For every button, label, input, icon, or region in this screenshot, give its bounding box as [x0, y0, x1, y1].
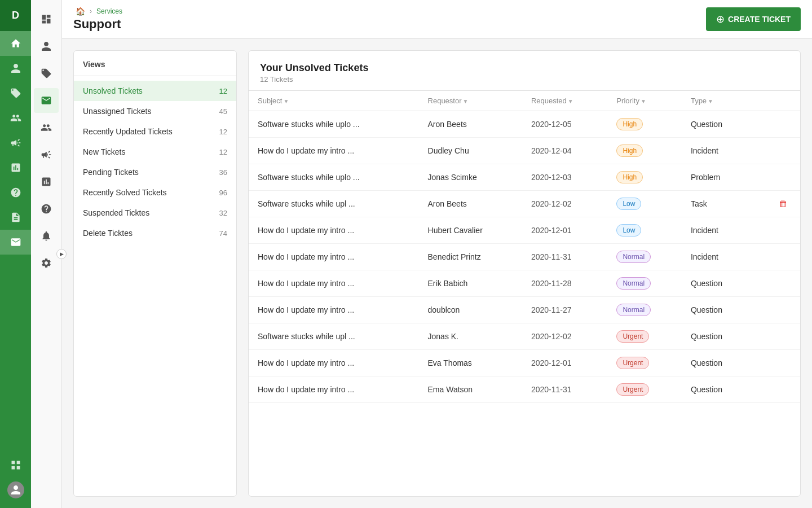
- ticket-requestor: Erik Babich: [419, 270, 522, 297]
- content-area: Views Unsolved Tickets12Unassigned Ticke…: [62, 39, 812, 508]
- ticket-actions: [752, 350, 800, 376]
- ticket-requested: 2020-12-04: [522, 138, 608, 164]
- nav-help[interactable]: [0, 180, 31, 205]
- nav-people[interactable]: [0, 56, 31, 81]
- ticket-actions: [752, 376, 800, 403]
- col-header-requestor[interactable]: Requestor▼: [419, 91, 522, 111]
- sec-nav-icon-10[interactable]: [34, 251, 59, 275]
- table-row[interactable]: How do I update my intro ... Erik Babich…: [249, 270, 800, 297]
- breadcrumb: 🏠 › Services: [73, 7, 125, 16]
- ticket-requestor: Aron Beets: [419, 191, 522, 217]
- table-row[interactable]: How do I update my intro ... Benedict Pr…: [249, 244, 800, 270]
- views-sidebar: Views Unsolved Tickets12Unassigned Ticke…: [73, 50, 237, 497]
- ticket-requested: 2020-11-27: [522, 297, 608, 323]
- collapse-button[interactable]: ▶: [56, 249, 67, 259]
- sec-nav-icon-5[interactable]: [34, 115, 59, 140]
- sidebar-item-suspended-ticktes[interactable]: Suspended Ticktes32: [74, 203, 236, 223]
- table-row[interactable]: Software stucks while uplo ... Jonas Sci…: [249, 164, 800, 191]
- sidebar-item-recently-solved-tickets[interactable]: Recently Solved Tickets96: [74, 182, 236, 203]
- col-header-priority[interactable]: Priority▼: [607, 91, 681, 111]
- col-header-subject[interactable]: Subject▼: [249, 91, 419, 111]
- sidebar-item-delete-ticktes[interactable]: Delete Ticktes74: [74, 223, 236, 243]
- table-row[interactable]: How do I update my intro ... Eva Thomas …: [249, 350, 800, 376]
- ticket-actions: [752, 111, 800, 138]
- col-header-actions: [752, 91, 800, 111]
- breadcrumb-parent[interactable]: Services: [96, 7, 122, 15]
- nav-home[interactable]: [0, 31, 31, 56]
- ticket-requestor: Hubert Cavalier: [419, 217, 522, 244]
- sec-nav-icon-3[interactable]: [34, 61, 59, 86]
- ticket-actions: [752, 217, 800, 244]
- table-row[interactable]: How do I update my intro ... doublcon 20…: [249, 297, 800, 323]
- ticket-type: Incident: [682, 138, 752, 164]
- table-header: Your Unsolved Tickets 12 Tickets: [249, 51, 800, 91]
- delete-ticket-button[interactable]: 🗑: [775, 198, 791, 210]
- sec-nav-icon-2[interactable]: [34, 34, 59, 59]
- table-subtitle: 12 Tickets: [260, 75, 789, 84]
- sec-nav-icon-8[interactable]: [34, 196, 59, 221]
- table-row[interactable]: How do I update my intro ... Hubert Cava…: [249, 217, 800, 244]
- nav-docs[interactable]: [0, 205, 31, 230]
- table-row[interactable]: Software stucks while upl ... Aron Beets…: [249, 191, 800, 217]
- ticket-requestor: Eva Thomas: [419, 350, 522, 376]
- ticket-priority: Urgent: [607, 323, 681, 350]
- create-ticket-button[interactable]: ⊕ CREATE TICKET: [706, 7, 801, 31]
- ticket-subject: How do I update my intro ...: [249, 376, 419, 403]
- ticket-subject: How do I update my intro ...: [249, 217, 419, 244]
- col-header-requested[interactable]: Requested▼: [522, 91, 608, 111]
- ticket-priority: Urgent: [607, 376, 681, 403]
- ticket-type: Incident: [682, 244, 752, 270]
- nav-reports[interactable]: [0, 155, 31, 180]
- ticket-priority: High: [607, 111, 681, 138]
- table-wrapper: Subject▼Requestor▼Requested▼Priority▼Typ…: [249, 91, 800, 496]
- ticket-type: Question: [682, 297, 752, 323]
- sec-nav-icon-9[interactable]: [34, 224, 59, 248]
- far-navigation: D: [0, 0, 31, 508]
- ticket-type: Task: [682, 191, 752, 217]
- ticket-actions: [752, 297, 800, 323]
- table-row[interactable]: Software stucks while uplo ... Aron Beet…: [249, 111, 800, 138]
- sidebar-item-recently-updated-tickets[interactable]: Recently Updated Tickets12: [74, 121, 236, 142]
- ticket-subject: How do I update my intro ...: [249, 297, 419, 323]
- sec-nav-icon-7[interactable]: [34, 169, 59, 194]
- sec-nav-icon-6[interactable]: [34, 142, 59, 167]
- sidebar-item-unsolved-tickets[interactable]: Unsolved Tickets12: [74, 81, 236, 101]
- main-area: 🏠 › Services Support ⊕ CREATE TICKET Vie…: [62, 0, 812, 508]
- ticket-requestor: Benedict Printz: [419, 244, 522, 270]
- ticket-priority: Normal: [607, 244, 681, 270]
- sidebar-item-count: 12: [219, 87, 227, 95]
- table-row[interactable]: How do I update my intro ... Dudley Chu …: [249, 138, 800, 164]
- table-row[interactable]: Software stucks while upl ... Jonas K. 2…: [249, 323, 800, 350]
- nav-avatar[interactable]: [0, 478, 31, 502]
- ticket-actions: [752, 323, 800, 350]
- ticket-requested: 2020-12-05: [522, 111, 608, 138]
- ticket-subject: How do I update my intro ...: [249, 138, 419, 164]
- tickets-table: Subject▼Requestor▼Requested▼Priority▼Typ…: [249, 91, 800, 403]
- nav-grid[interactable]: [0, 453, 31, 478]
- ticket-type: Problem: [682, 164, 752, 191]
- sidebar-item-count: 12: [219, 128, 227, 136]
- ticket-type: Question: [682, 111, 752, 138]
- sidebar-item-label: Unassigned Tickets: [83, 107, 151, 116]
- sidebar-item-new-tickets[interactable]: New Tickets12: [74, 142, 236, 162]
- app-logo[interactable]: D: [0, 0, 31, 31]
- ticket-subject: Software stucks while upl ...: [249, 191, 419, 217]
- ticket-actions: [752, 270, 800, 297]
- create-button-label: CREATE TICKET: [728, 15, 791, 24]
- page-header: 🏠 › Services Support ⊕ CREATE TICKET: [62, 0, 812, 39]
- col-header-type[interactable]: Type▼: [682, 91, 752, 111]
- nav-support[interactable]: [0, 230, 31, 255]
- nav-tags[interactable]: [0, 81, 31, 106]
- sidebar-item-count: 45: [219, 107, 227, 116]
- nav-contacts[interactable]: [0, 106, 31, 130]
- create-icon: ⊕: [716, 13, 725, 25]
- sec-nav-icon-4[interactable]: [34, 88, 59, 113]
- sidebar-item-unassigned-tickets[interactable]: Unassigned Tickets45: [74, 101, 236, 121]
- sidebar-item-label: Recently Solved Tickets: [83, 188, 167, 197]
- ticket-requested: 2020-12-01: [522, 217, 608, 244]
- nav-campaigns[interactable]: [0, 130, 31, 155]
- table-row[interactable]: How do I update my intro ... Ema Watson …: [249, 376, 800, 403]
- sec-nav-icon-1[interactable]: [34, 7, 59, 32]
- second-navigation: ▶: [31, 0, 62, 508]
- sidebar-item-pending-tickets[interactable]: Pending Tickets36: [74, 162, 236, 182]
